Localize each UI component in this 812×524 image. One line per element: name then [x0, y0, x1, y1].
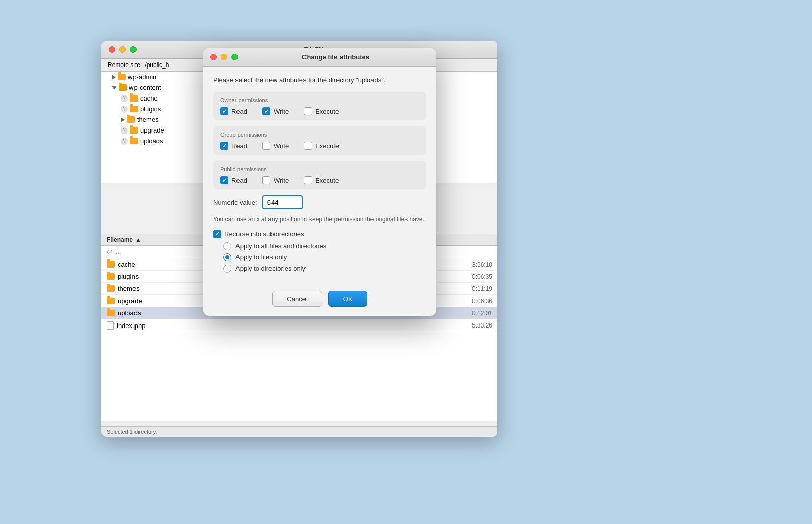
question-icon: ?	[121, 127, 128, 134]
owner-execute-label: Execute	[315, 108, 339, 115]
file-label: cache	[118, 260, 136, 268]
public-permissions-row: Read Write Execute	[220, 176, 419, 184]
owner-execute-check	[304, 107, 312, 115]
radio-all-files-dirs[interactable]: Apply to all files and directories	[223, 242, 426, 250]
public-write-label: Write	[274, 177, 289, 184]
file-time: 0:11:19	[452, 285, 492, 292]
owner-permissions-row: Read Write Execute	[220, 107, 419, 115]
expand-icon	[112, 75, 116, 80]
group-read-check	[220, 142, 228, 150]
sort-arrow: ▲	[135, 236, 141, 243]
public-execute-check	[304, 176, 312, 184]
dialog-body: Please select the new attributes for the…	[203, 67, 436, 288]
tree-item-label: wp-admin	[128, 73, 156, 81]
group-execute-label: Execute	[315, 142, 339, 150]
folder-icon	[127, 116, 135, 123]
file-label: themes	[118, 285, 140, 292]
folder-icon	[130, 127, 138, 134]
folder-icon	[130, 106, 138, 112]
public-permissions-label: Public permissions	[220, 166, 419, 172]
folder-icon	[130, 138, 138, 144]
group-permissions-row: Read Write Execute	[220, 142, 419, 150]
status-text: Selected 1 directory.	[107, 429, 157, 435]
owner-permissions-section: Owner permissions Read Write Execute	[213, 92, 426, 120]
status-bar: Selected 1 directory.	[101, 426, 497, 437]
question-icon: ?	[121, 95, 128, 102]
public-read-checkbox[interactable]: Read	[220, 176, 247, 184]
remote-site-path: /public_h	[145, 61, 169, 69]
group-write-label: Write	[274, 142, 289, 150]
file-time: 0:06:35	[452, 273, 492, 280]
group-read-label: Read	[231, 142, 247, 150]
fm-minimize-button[interactable]	[119, 46, 126, 53]
radio-files-label: Apply to files only	[235, 253, 287, 261]
public-read-check	[220, 176, 228, 184]
dialog-maximize-button[interactable]	[231, 54, 238, 60]
radio-dirs-only[interactable]: Apply to directories only	[223, 265, 426, 273]
public-read-label: Read	[231, 177, 247, 184]
group-permissions-section: Group permissions Read Write Execute	[213, 126, 426, 155]
radio-dirs-icon	[223, 265, 231, 273]
file-list-row[interactable]: index.php 5:33:26	[101, 319, 497, 332]
folder-icon	[118, 74, 126, 80]
file-time: 5:33:26	[452, 322, 492, 329]
recurse-row: Recurse into subdirectories	[213, 230, 426, 238]
dialog-description: Please select the new attributes for the…	[213, 76, 426, 85]
public-write-check	[262, 176, 270, 184]
group-permissions-label: Group permissions	[220, 132, 419, 138]
change-attributes-dialog: Change file attributes Please select the…	[203, 48, 436, 316]
file-label: ..	[116, 248, 119, 256]
fm-maximize-button[interactable]	[130, 46, 137, 53]
public-execute-checkbox[interactable]: Execute	[304, 176, 339, 184]
dialog-close-button[interactable]	[210, 54, 217, 60]
folder-icon	[130, 95, 138, 102]
owner-permissions-label: Owner permissions	[220, 97, 419, 103]
file-label: uploads	[118, 309, 141, 317]
numeric-input[interactable]	[262, 195, 303, 209]
dialog-titlebar: Change file attributes	[203, 48, 436, 67]
fm-close-button[interactable]	[109, 46, 115, 53]
folder-icon	[107, 261, 115, 268]
radio-files-icon	[223, 253, 231, 261]
file-label: upgrade	[118, 297, 142, 305]
radio-all-icon	[223, 242, 231, 250]
group-read-checkbox[interactable]: Read	[220, 142, 247, 150]
tree-item-label: plugins	[140, 105, 161, 113]
question-icon: ?	[121, 106, 128, 113]
public-permissions-section: Public permissions Read Write Execute	[213, 161, 426, 189]
folder-icon	[107, 285, 115, 292]
group-execute-check	[304, 142, 312, 150]
filename-header: Filename	[107, 236, 133, 243]
note-text: You can use an x at any position to keep…	[213, 215, 426, 224]
group-execute-checkbox[interactable]: Execute	[304, 142, 339, 150]
owner-read-label: Read	[231, 108, 247, 115]
owner-execute-checkbox[interactable]: Execute	[304, 107, 339, 115]
file-name: index.php	[107, 321, 452, 330]
expand-icon	[121, 117, 125, 122]
public-write-checkbox[interactable]: Write	[262, 176, 289, 184]
file-time: 3:56:10	[452, 261, 492, 268]
recurse-checkbox[interactable]: Recurse into subdirectories	[213, 230, 304, 238]
folder-icon	[107, 298, 115, 304]
owner-write-checkbox[interactable]: Write	[262, 107, 289, 115]
dialog-title: Change file attributes	[242, 53, 429, 61]
tree-item-label: themes	[137, 116, 159, 123]
folder-icon	[119, 84, 127, 91]
owner-read-checkbox[interactable]: Read	[220, 107, 247, 115]
dialog-minimize-button[interactable]	[221, 54, 227, 60]
radio-files-only[interactable]: Apply to files only	[223, 253, 426, 261]
numeric-value-row: Numeric value:	[213, 195, 426, 209]
cancel-button[interactable]: Cancel	[272, 291, 322, 307]
group-write-checkbox[interactable]: Write	[262, 142, 289, 150]
radio-dirs-label: Apply to directories only	[235, 265, 306, 272]
file-time: 0:06:36	[452, 298, 492, 305]
group-write-check	[262, 142, 270, 150]
collapse-icon	[112, 86, 117, 90]
file-icon	[107, 321, 114, 330]
numeric-label: Numeric value:	[213, 199, 257, 206]
tree-item-label: wp-content	[129, 84, 161, 91]
remote-site-label: Remote site:	[108, 61, 142, 69]
ok-button[interactable]: OK	[328, 291, 367, 307]
dialog-buttons: Cancel OK	[203, 288, 436, 316]
tree-item-label: cache	[140, 94, 158, 102]
